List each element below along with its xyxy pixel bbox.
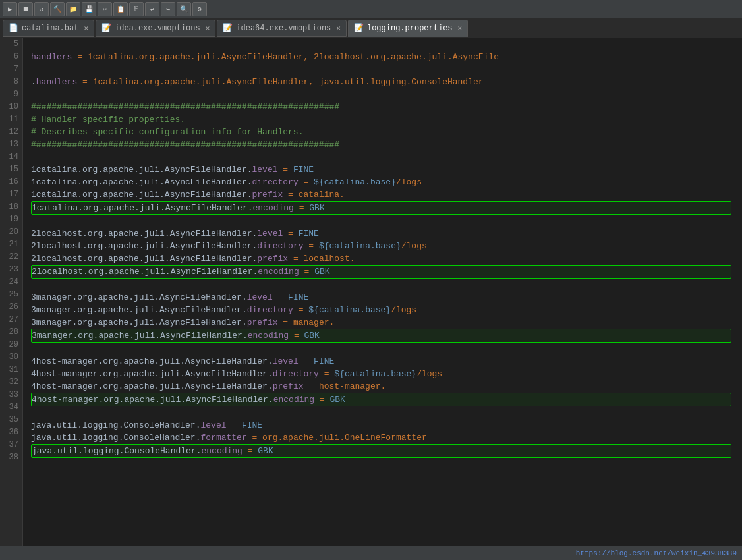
tab-catalina-bat[interactable]: 📄 catalina.bat ✕ [3, 20, 94, 37]
code-line: 2localhost.org.apache.juli.AsyncFileHand… [31, 252, 734, 265]
line-numbers: 5678910111213141516171819202122232425262… [0, 38, 23, 546]
code-line: 4host-manager.org.apache.juli.AsyncFileH… [31, 355, 734, 368]
tab-logging-properties[interactable]: 📝 logging.properties ✕ [348, 20, 468, 37]
code-line: 1catalina.org.apache.juli.AsyncFileHandl… [31, 163, 734, 176]
toolbar-icon-2[interactable]: ⏹ [18, 2, 33, 16]
code-line: 3manager.org.apache.juli.AsyncFileHandle… [31, 291, 734, 304]
code-area[interactable]: handlers = 1catalina.org.apache.juli.Asy… [23, 38, 742, 546]
editor: 5678910111213141516171819202122232425262… [0, 38, 742, 546]
code-line: 4host-manager.org.apache.juli.AsyncFileH… [31, 393, 731, 406]
code-line: ########################################… [31, 101, 734, 113]
tab-label-idea64: idea64.exe.vmoptions [236, 24, 331, 33]
tab-icon-logging: 📝 [354, 23, 364, 33]
toolbar-icon-3[interactable]: ↺ [34, 2, 49, 16]
toolbar-icon-11[interactable]: ↪ [161, 2, 175, 16]
code-line: 3manager.org.apache.juli.AsyncFileHandle… [31, 316, 734, 329]
tab-icon-idea64: 📝 [223, 23, 233, 33]
code-line: 3manager.org.apache.juli.AsyncFileHandle… [31, 329, 731, 343]
code-line: # Describes specific configuration info … [31, 126, 734, 138]
code-line: 3manager.org.apache.juli.AsyncFileHandle… [31, 304, 734, 316]
tab-close-idea64[interactable]: ✕ [336, 24, 341, 32]
code-line [31, 343, 734, 355]
tab-bar: 📄 catalina.bat ✕ 📝 idea.exe.vmoptions ✕ … [0, 18, 742, 38]
toolbar-icon-6[interactable]: 💾 [82, 2, 96, 16]
code-line: 1catalina.org.apache.juli.AsyncFileHandl… [31, 176, 734, 188]
code-line [31, 279, 734, 291]
tab-icon-idea: 📝 [101, 23, 111, 33]
tab-label-idea: idea.exe.vmoptions [115, 24, 200, 33]
status-bar: https://blog.csdn.net/weixin_43938389 [0, 546, 742, 560]
code-line: .handlers = 1catalina.org.apache.juli.As… [31, 76, 734, 88]
toolbar-icon-8[interactable]: 📋 [113, 2, 128, 16]
toolbar-icon-9[interactable]: ⎘ [129, 2, 144, 16]
status-link[interactable]: https://blog.csdn.net/weixin_43938389 [576, 549, 737, 557]
code-line [31, 406, 734, 419]
code-line: ########################################… [31, 138, 734, 151]
code-line: # Handler specific properties. [31, 113, 734, 126]
code-line: 2localhost.org.apache.juli.AsyncFileHand… [31, 227, 734, 240]
tab-close-logging[interactable]: ✕ [458, 24, 463, 32]
toolbar-icon-5[interactable]: 📁 [66, 2, 80, 16]
code-line: java.util.logging.ConsoleHandler.encodin… [31, 444, 731, 458]
code-line: 4host-manager.org.apache.juli.AsyncFileH… [31, 368, 734, 380]
tab-close-catalina[interactable]: ✕ [84, 24, 88, 32]
toolbar-icon-10[interactable]: ↩ [145, 2, 159, 16]
code-line [31, 38, 734, 51]
code-line [31, 63, 734, 76]
code-line [31, 215, 734, 227]
toolbar: ▶ ⏹ ↺ 🔨 📁 💾 ✂ 📋 ⎘ ↩ ↪ 🔍 ⚙ [0, 0, 742, 18]
code-line [31, 151, 734, 163]
tab-idea64-vmoptions[interactable]: 📝 idea64.exe.vmoptions ✕ [217, 20, 347, 37]
tab-icon-catalina: 📄 [9, 23, 18, 33]
tab-close-idea[interactable]: ✕ [206, 24, 210, 32]
code-line: java.util.logging.ConsoleHandler.formatt… [31, 432, 734, 444]
code-line: handlers = 1catalina.org.apache.juli.Asy… [31, 51, 734, 63]
toolbar-icon-12[interactable]: 🔍 [177, 2, 191, 16]
code-line [31, 88, 734, 101]
toolbar-icon-7[interactable]: ✂ [98, 2, 112, 16]
tab-idea-vmoptions[interactable]: 📝 idea.exe.vmoptions ✕ [96, 20, 215, 37]
code-line: 2localhost.org.apache.juli.AsyncFileHand… [31, 240, 734, 252]
code-line [31, 458, 734, 470]
toolbar-icon-1[interactable]: ▶ [3, 2, 17, 16]
code-line: 1catalina.org.apache.juli.AsyncFileHandl… [31, 201, 731, 215]
code-line: 1catalina.org.apache.juli.AsyncFileHandl… [31, 188, 734, 201]
toolbar-icon-4[interactable]: 🔨 [50, 2, 65, 16]
toolbar-icon-13[interactable]: ⚙ [192, 2, 207, 16]
tab-label-logging: logging.properties [367, 24, 453, 33]
code-line: 4host-manager.org.apache.juli.AsyncFileH… [31, 380, 734, 393]
tab-label-catalina: catalina.bat [22, 24, 78, 33]
code-line: java.util.logging.ConsoleHandler.level =… [31, 419, 734, 432]
code-line: 2localhost.org.apache.juli.AsyncFileHand… [31, 265, 731, 279]
